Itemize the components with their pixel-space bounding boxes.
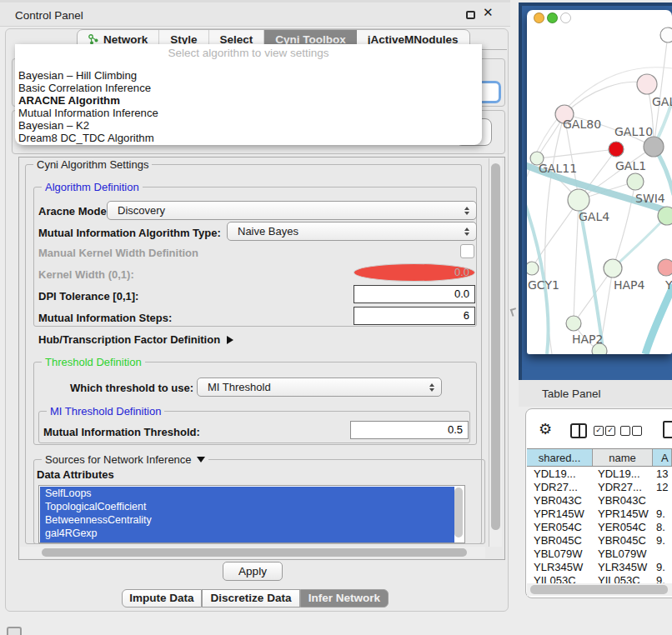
- network-node[interactable]: [658, 207, 672, 225]
- algorithm-option[interactable]: Bayesian – Hill Climbing: [18, 69, 479, 82]
- mi-type-select[interactable]: Naive Bayes: [227, 222, 477, 241]
- dpi-tolerance-input[interactable]: 0.0: [354, 285, 475, 303]
- network-node[interactable]: [568, 189, 589, 211]
- which-threshold-select[interactable]: MI Threshold: [197, 378, 442, 397]
- algorithm-option[interactable]: Bayesian – K2: [18, 119, 479, 132]
- vertical-scrollbar-thumb[interactable]: [491, 163, 500, 530]
- network-node[interactable]: [604, 259, 622, 278]
- table-row[interactable]: YBR043CYBR043C: [527, 494, 672, 508]
- checked-checkbox-icon[interactable]: ✓: [594, 426, 604, 436]
- algorithm-option[interactable]: Basic Correlation Inference: [18, 82, 479, 94]
- table-cell: YLR345W: [527, 561, 593, 574]
- attribute-item[interactable]: TopologicalCoefficient: [40, 500, 454, 513]
- zoom-traffic-light-icon[interactable]: [560, 12, 571, 23]
- table-cell: YDL19...: [593, 468, 653, 481]
- table-panel-title: Table Panel: [542, 388, 601, 400]
- network-node[interactable]: [637, 74, 657, 94]
- mi-threshold-label: Mutual Information Threshold:: [43, 426, 200, 438]
- network-node[interactable]: [566, 316, 581, 331]
- column-header-name[interactable]: name: [593, 449, 653, 466]
- kernel-width-label: Kernel Width (0,1):: [38, 268, 134, 281]
- network-edge: [645, 285, 672, 354]
- network-node[interactable]: [627, 173, 644, 190]
- table-cell: 8.: [653, 521, 672, 534]
- table-row[interactable]: YER054CYER054C8.: [527, 521, 672, 534]
- table-row[interactable]: YBR045CYBR045C9.: [527, 534, 672, 548]
- attribute-list: SelfLoopsTopologicalCoefficientBetweenne…: [40, 487, 454, 540]
- algorithm-option-list: Bayesian – Hill ClimbingBasic Correlatio…: [18, 69, 479, 144]
- algorithm-option[interactable]: Dream8 DC_TDC Algorithm: [18, 132, 479, 144]
- network-node[interactable]: [660, 28, 672, 42]
- apply-button[interactable]: Apply: [223, 562, 283, 581]
- table-cell: YBR043C: [527, 494, 593, 508]
- attribute-list-scrollbar-thumb[interactable]: [454, 488, 463, 538]
- unchecked-checkbox-icon[interactable]: [620, 426, 630, 436]
- network-node[interactable]: [527, 262, 539, 275]
- table-header: shared... name A: [527, 448, 672, 467]
- expand-arrow-icon: [227, 336, 233, 344]
- hub-section-toggle[interactable]: Hub/Transcription Factor Definition: [38, 333, 233, 346]
- table-cell: [653, 494, 672, 508]
- horizontal-scrollbar-thumb[interactable]: [42, 548, 467, 557]
- table-horizontal-scrollbar-thumb[interactable]: [530, 585, 668, 594]
- dpi-tolerance-label: DPI Tolerance [0,1]:: [38, 290, 138, 302]
- table-cell: 12: [653, 481, 672, 494]
- network-node-label: GAL10: [614, 125, 653, 138]
- spinner-arrows-icon: [464, 207, 469, 215]
- attribute-item[interactable]: gal4RGexp: [40, 527, 454, 540]
- float-window-icon[interactable]: [466, 11, 475, 19]
- column-header-shared-name[interactable]: shared...: [527, 449, 593, 466]
- table-cell: YBR043C: [593, 494, 653, 508]
- column-header-partial[interactable]: A: [653, 449, 672, 466]
- network-node-label: GAL4: [579, 210, 609, 223]
- network-node-label: HAP4: [614, 278, 645, 292]
- network-node[interactable]: [658, 259, 672, 276]
- aracne-mode-select[interactable]: Discovery: [107, 201, 477, 220]
- table-cell: YBR045C: [527, 534, 593, 548]
- aracne-mode-label: Aracne Mode:: [38, 205, 110, 218]
- table-cell: YDR27...: [527, 481, 593, 494]
- control-panel-titlebar: Control Panel: [0, 2, 510, 27]
- network-node[interactable]: [609, 142, 624, 157]
- table-cell: [653, 548, 672, 561]
- network-edge: [537, 149, 616, 158]
- table-row[interactable]: YDL19...YDL19...13: [527, 468, 672, 481]
- network-node-label: GCY1: [528, 278, 559, 292]
- network-view-window[interactable]: GAL8GAL80GAL10GAL11GAL1SWI4GAL4GCY1HAP4Y…: [527, 10, 672, 354]
- tab-infer-network[interactable]: Infer Network: [300, 589, 389, 608]
- panel-title: Control Panel: [15, 9, 83, 22]
- document-icon[interactable]: [663, 421, 672, 438]
- network-node[interactable]: [644, 137, 664, 157]
- table-row[interactable]: YLR345WYLR345W9.: [527, 561, 672, 574]
- network-canvas[interactable]: GAL8GAL80GAL10GAL11GAL1SWI4GAL4GCY1HAP4Y…: [527, 10, 672, 354]
- close-icon[interactable]: ✕: [483, 5, 494, 20]
- table-cell: 13: [653, 468, 672, 481]
- sources-title[interactable]: Sources for Network Inference: [42, 453, 208, 466]
- minimized-panel-icon[interactable]: [7, 627, 22, 635]
- mi-steps-input[interactable]: 6: [354, 307, 475, 325]
- checked-checkbox-icon[interactable]: ✓: [605, 426, 615, 436]
- table-row[interactable]: YDR27...YDR27...12: [527, 481, 672, 494]
- mi-steps-label: Mutual Information Steps:: [38, 312, 172, 324]
- split-handle[interactable]: [510, 308, 518, 317]
- attribute-item[interactable]: BetweennessCentrality: [40, 513, 454, 527]
- kernel-width-input[interactable]: 0.0: [354, 263, 475, 282]
- close-traffic-light-icon[interactable]: [534, 12, 544, 23]
- algorithm-option[interactable]: ARACNE Algorithm: [18, 94, 479, 107]
- tab-discretize-data[interactable]: Discretize Data: [202, 589, 300, 608]
- manual-kernel-checkbox[interactable]: [460, 244, 474, 258]
- spinner-arrows-icon: [464, 228, 469, 236]
- mi-threshold-input[interactable]: 0.5: [350, 421, 469, 439]
- dropdown-placeholder: Select algorithm to view settings: [15, 47, 482, 59]
- minimize-traffic-light-icon[interactable]: [547, 12, 558, 23]
- unchecked-checkbox-icon[interactable]: [632, 426, 642, 436]
- table-row[interactable]: YBL079WYBL079W: [527, 548, 672, 561]
- gear-icon[interactable]: ⚙: [539, 420, 552, 438]
- algorithm-option[interactable]: Mutual Information Inference: [18, 107, 479, 119]
- table-row[interactable]: YPR145WYPR145W9.: [527, 508, 672, 521]
- attribute-item[interactable]: SelfLoops: [40, 487, 454, 500]
- tab-impute-data[interactable]: Impute Data: [122, 589, 202, 608]
- columns-icon[interactable]: [570, 423, 587, 438]
- table-cell: YDL19...: [527, 468, 593, 481]
- manual-kernel-label: Manual Kernel Width Definition: [38, 247, 198, 259]
